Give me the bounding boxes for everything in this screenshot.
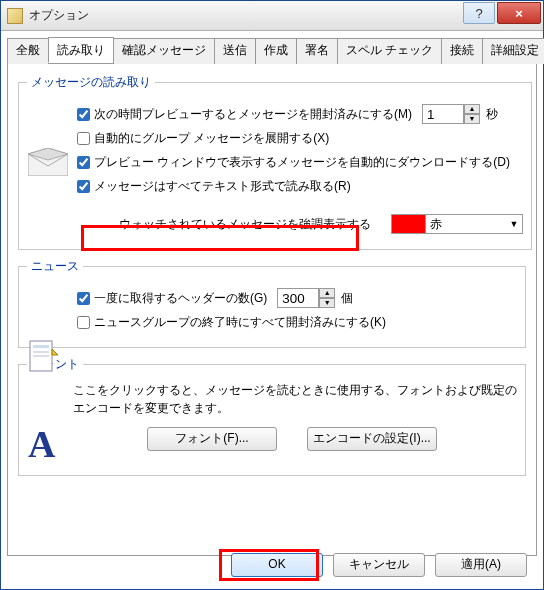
group-reading-legend: メッセージの読み取り [27,74,155,91]
tab-spell[interactable]: スペル チェック [337,38,442,64]
headers-spinner[interactable]: ▲▼ [277,288,335,308]
auto-expand-checkbox[interactable] [77,132,90,145]
seconds-suffix: 秒 [486,106,498,123]
options-dialog: オプション ? × 全般 読み取り 確認メッセージ 送信 作成 署名 スペル チ… [0,0,544,590]
svg-rect-3 [33,345,49,348]
font-description: ここをクリックすると、メッセージを読むときに使用する、フォントおよび既定のエンコ… [73,381,517,417]
spin-down-icon[interactable]: ▼ [319,298,335,308]
font-button[interactable]: フォント(F)... [147,427,277,451]
preview-mark-label: 次の時間プレビューするとメッセージを開封済みにする(M) [94,106,412,123]
tab-sign[interactable]: 署名 [296,38,338,64]
tab-advanced[interactable]: 詳細設定 [482,38,544,64]
tab-read[interactable]: 読み取り [48,37,114,63]
close-button[interactable]: × [497,2,541,24]
color-swatch-icon [392,215,426,233]
window-title: オプション [29,7,463,24]
tab-strip: 全般 読み取り 確認メッセージ 送信 作成 署名 スペル チェック 接続 詳細設… [7,37,537,64]
cancel-button[interactable]: キャンセル [333,553,425,577]
tab-general[interactable]: 全般 [7,38,49,64]
headers-suffix: 個 [341,290,353,307]
spin-down-icon[interactable]: ▼ [464,114,480,124]
news-markread-checkbox[interactable] [77,316,90,329]
ok-button[interactable]: OK [231,553,323,577]
headers-checkbox[interactable] [77,292,90,305]
chevron-down-icon: ▼ [506,219,522,229]
envelope-icon [28,148,68,176]
app-icon [7,8,23,24]
help-button[interactable]: ? [463,2,495,24]
tab-body-read: メッセージの読み取り 次の時間プレビューするとメッセージを開封済みにする(M) … [7,64,537,556]
spin-up-icon[interactable]: ▲ [464,104,480,114]
tab-send[interactable]: 送信 [214,38,256,64]
seconds-spinner[interactable]: ▲▼ [422,104,480,124]
preview-mark-checkbox[interactable] [77,108,90,121]
svg-marker-6 [52,349,58,355]
svg-rect-5 [33,355,49,357]
font-icon: A [28,422,55,466]
auto-expand-label: 自動的にグループ メッセージを展開する(X) [94,130,329,147]
group-news-legend: ニュース [27,258,83,275]
preview-download-label: プレビュー ウィンドウで表示するメッセージを自動的にダウンロードする(D) [94,154,510,171]
watched-color-name: 赤 [426,216,506,233]
group-reading: メッセージの読み取り 次の時間プレビューするとメッセージを開封済みにする(M) … [18,74,532,250]
seconds-input[interactable] [422,104,464,124]
tab-confirm[interactable]: 確認メッセージ [113,38,215,64]
plain-text-label: メッセージはすべてテキスト形式で読み取る(R) [94,178,351,195]
encoding-button[interactable]: エンコードの設定(I)... [307,427,437,451]
group-news: ニュース 一度に取得するヘッダーの数(G) ▲▼ 個 ニュースグループの終了時に… [18,258,526,348]
plain-text-checkbox[interactable] [77,180,90,193]
spin-up-icon[interactable]: ▲ [319,288,335,298]
newspaper-icon [28,339,60,379]
headers-input[interactable] [277,288,319,308]
apply-button[interactable]: 適用(A) [435,553,527,577]
watched-label: ウォッチされているメッセージを強調表示する [119,216,371,233]
watched-color-dropdown[interactable]: 赤 ▼ [391,214,523,234]
preview-download-checkbox[interactable] [77,156,90,169]
tab-create[interactable]: 作成 [255,38,297,64]
svg-rect-4 [33,351,49,353]
titlebar[interactable]: オプション ? × [1,1,543,31]
headers-label: 一度に取得するヘッダーの数(G) [94,290,267,307]
news-markread-label: ニュースグループの終了時にすべて開封済みにする(K) [94,314,386,331]
tab-connect[interactable]: 接続 [441,38,483,64]
group-font: フォント A ここをクリックすると、メッセージを読むときに使用する、フォントおよ… [18,356,526,476]
